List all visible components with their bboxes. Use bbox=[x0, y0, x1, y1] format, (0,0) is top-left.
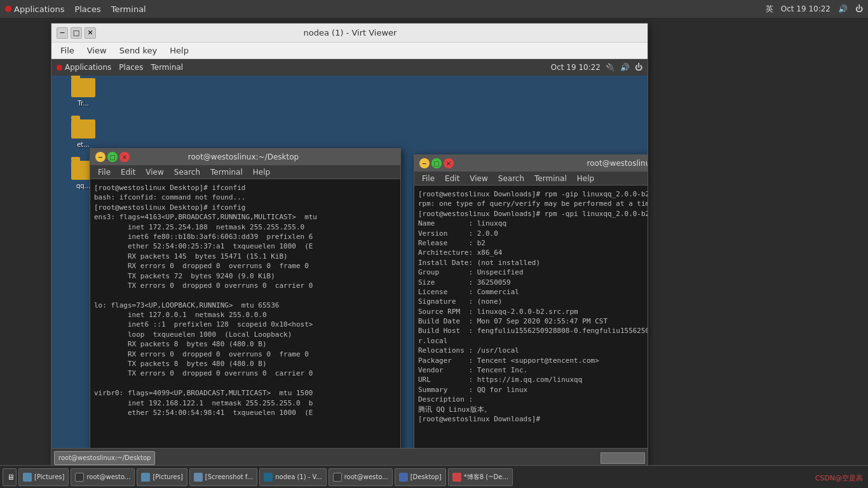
pictures-2-icon bbox=[141, 473, 150, 482]
pictures-1-icon bbox=[23, 473, 32, 482]
terminal-2-icon bbox=[333, 473, 342, 482]
volume-icon[interactable]: 🔊 bbox=[838, 4, 848, 13]
taskbar-screenshot-label: [Screenshot f... bbox=[205, 473, 253, 480]
datetime-display: Oct 19 10:22 bbox=[781, 4, 831, 13]
csdn-watermark: CSDN@空是高 bbox=[815, 473, 863, 483]
outer-taskbar: 🖥 [Pictures] root@westo... [Pictures] [S… bbox=[0, 465, 868, 488]
term2-menu-search[interactable]: Search bbox=[493, 173, 529, 184]
vm-applications-menu[interactable]: Applications bbox=[57, 63, 111, 72]
vm-terminal-menu[interactable]: Terminal bbox=[151, 63, 183, 72]
term1-title-bar: − □ ✕ root@westoslinux:~/Desktop bbox=[90, 149, 400, 165]
vm-power-icon[interactable]: ⏻ bbox=[635, 63, 642, 72]
taskbar-desktop-label: [Desktop] bbox=[410, 473, 442, 480]
term2-menu-view[interactable]: View bbox=[465, 173, 492, 184]
power-icon[interactable]: ⏻ bbox=[855, 4, 863, 13]
language-indicator[interactable]: 英 bbox=[766, 4, 773, 15]
term1-menu-edit[interactable]: Edit bbox=[116, 167, 140, 177]
vm-volume-icon[interactable]: 🔊 bbox=[620, 63, 630, 72]
term2-menu-terminal[interactable]: Terminal bbox=[529, 173, 572, 184]
term2-title: root@westoslinux:/mnt/Downloads bbox=[454, 159, 648, 168]
taskbar-nodea-label: nodea (1) - V... bbox=[275, 473, 322, 480]
term1-maximize-button[interactable]: □ bbox=[107, 152, 118, 162]
vm-top-left: Applications Places Terminal bbox=[57, 63, 183, 72]
term1-menu-file[interactable]: File bbox=[93, 167, 116, 177]
screenshot-icon bbox=[194, 473, 203, 482]
term1-menu-help[interactable]: Help bbox=[248, 167, 275, 177]
term2-win-controls[interactable]: − □ ✕ bbox=[419, 158, 454, 168]
term2-maximize-button[interactable]: □ bbox=[431, 158, 442, 168]
vm-display: Applications Places Terminal Oct 19 10:2… bbox=[51, 59, 648, 467]
virt-menu-bar: File View Send key Help bbox=[51, 43, 648, 59]
term1-close-button[interactable]: ✕ bbox=[119, 152, 130, 162]
taskbar-blog-label: *博客8 (~De... bbox=[464, 473, 508, 482]
taskbar-pictures-1-button[interactable]: [Pictures] bbox=[18, 468, 69, 486]
term2-close-button[interactable]: ✕ bbox=[444, 158, 454, 168]
term2-content: [root@westoslinux Downloads]# rpm -gip l… bbox=[418, 190, 648, 423]
term1-body[interactable]: [root@westoslinux Desktop]# ifconfid bas… bbox=[90, 179, 400, 452]
virt-menu-help[interactable]: Help bbox=[163, 44, 195, 57]
terminal-1-icon bbox=[75, 473, 84, 482]
term2-menu-bar: File Edit View Search Terminal Help bbox=[414, 172, 648, 186]
system-top-bar: Applications Places Terminal 英 Oct 19 10… bbox=[0, 0, 868, 18]
virt-close-button[interactable]: ✕ bbox=[85, 27, 96, 39]
vm-desktop-icon-1[interactable]: Tr... bbox=[64, 78, 102, 107]
vm-taskbar: root@westoslinux:~/Desktop bbox=[51, 448, 648, 467]
virt-title-bar: − □ ✕ nodea (1) - Virt Viewer bbox=[51, 24, 648, 43]
vm-datetime: Oct 19 10:22 bbox=[551, 63, 600, 72]
vm-desktop-icon-2[interactable]: et... bbox=[64, 119, 102, 148]
taskbar-terminal-2-button[interactable]: root@westo... bbox=[329, 468, 393, 486]
taskbar-nodea-button[interactable]: nodea (1) - V... bbox=[259, 468, 326, 486]
term2-menu-edit[interactable]: Edit bbox=[440, 173, 465, 184]
top-bar-left: Applications Places Terminal bbox=[5, 4, 146, 14]
taskbar-screenshot-button[interactable]: [Screenshot f... bbox=[189, 468, 257, 486]
term1-menu-bar: File Edit View Search Terminal Help bbox=[90, 165, 400, 179]
show-desktop-icon: 🖥 bbox=[7, 473, 15, 482]
vm-network-icon: 🔌 bbox=[606, 63, 615, 72]
folder-icon-1 bbox=[71, 78, 95, 97]
vm-taskbar-desktop-label: root@westoslinux:~/Desktop bbox=[58, 454, 151, 461]
top-bar-right: 英 Oct 19 10:22 🔊 ⏻ bbox=[766, 4, 863, 15]
taskbar-pictures-1-label: [Pictures] bbox=[34, 473, 64, 480]
term1-menu-search[interactable]: Search bbox=[169, 167, 205, 177]
taskbar-pictures-2-button[interactable]: [Pictures] bbox=[137, 468, 187, 486]
vm-top-right: Oct 19 10:22 🔌 🔊 ⏻ bbox=[551, 63, 642, 72]
taskbar-blog-button[interactable]: *博客8 (~De... bbox=[448, 468, 513, 486]
term1-content: [root@westoslinux Desktop]# ifconfid bas… bbox=[94, 184, 317, 417]
vm-places-menu[interactable]: Places bbox=[119, 63, 143, 72]
term2-title-bar: − □ ✕ root@westoslinux:/mnt/Downloads bbox=[414, 155, 648, 172]
term2-minimize-button[interactable]: − bbox=[419, 158, 430, 168]
term2-menu-file[interactable]: File bbox=[417, 173, 440, 184]
vm-applications-label[interactable]: Applications bbox=[65, 63, 111, 72]
vm-icon-label-2: et... bbox=[77, 141, 90, 148]
vm-icon-label-3: qq... bbox=[76, 182, 90, 189]
term1-win-controls[interactable]: − □ ✕ bbox=[95, 152, 130, 162]
terminal-downloads-window: − □ ✕ root@westoslinux:/mnt/Downloads Fi… bbox=[414, 154, 648, 467]
virt-title-text: nodea (1) - Virt Viewer bbox=[96, 28, 604, 37]
show-desktop-button[interactable]: 🖥 bbox=[3, 468, 17, 486]
virt-minimize-button[interactable]: − bbox=[57, 27, 68, 39]
virt-maximize-button[interactable]: □ bbox=[71, 27, 82, 39]
taskbar-terminal-1-label: root@westo... bbox=[86, 473, 130, 480]
taskbar-pictures-2-label: [Pictures] bbox=[153, 473, 182, 480]
applications-menu[interactable]: Applications bbox=[5, 4, 64, 14]
virt-menu-sendkey[interactable]: Send key bbox=[113, 44, 164, 57]
term2-menu-help[interactable]: Help bbox=[572, 173, 599, 184]
virt-win-controls[interactable]: − □ ✕ bbox=[57, 27, 96, 39]
taskbar-desktop-button[interactable]: [Desktop] bbox=[395, 468, 446, 486]
virt-menu-view[interactable]: View bbox=[81, 44, 113, 57]
taskbar-terminal-2-label: root@westo... bbox=[344, 473, 388, 480]
term1-menu-terminal[interactable]: Terminal bbox=[205, 167, 248, 177]
term1-menu-view[interactable]: View bbox=[140, 167, 168, 177]
places-menu[interactable]: Places bbox=[74, 4, 100, 14]
term1-minimize-button[interactable]: − bbox=[95, 152, 105, 162]
desktop-icon bbox=[399, 473, 408, 482]
applications-label[interactable]: Applications bbox=[14, 4, 64, 14]
virt-menu-file[interactable]: File bbox=[54, 44, 81, 57]
term2-body[interactable]: [root@westoslinux Downloads]# rpm -gip l… bbox=[414, 186, 648, 467]
vm-taskbar-desktop-btn[interactable]: root@westoslinux:~/Desktop bbox=[54, 451, 155, 465]
terminal-menu[interactable]: Terminal bbox=[111, 4, 146, 14]
vm-taskbar-input[interactable] bbox=[600, 452, 645, 464]
terminal-desktop-window: − □ ✕ root@westoslinux:~/Desktop File Ed… bbox=[90, 148, 401, 453]
fedora-icon bbox=[5, 6, 11, 12]
taskbar-terminal-1-button[interactable]: root@westo... bbox=[71, 468, 135, 486]
